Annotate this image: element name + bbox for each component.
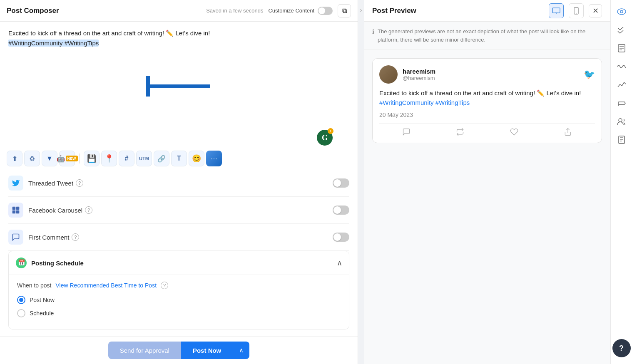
twitter-brand-icon: 🐦 xyxy=(584,69,595,80)
post-now-option[interactable]: Post Now xyxy=(17,296,341,304)
first-comment-label: First Comment ? xyxy=(28,233,328,241)
first-comment-toggle[interactable] xyxy=(333,233,349,242)
preview-text-main: Excited to kick off a thread on the art … xyxy=(379,89,581,97)
grammarly-icon: G xyxy=(322,134,328,142)
comment-action-button[interactable] xyxy=(402,128,411,136)
schedule-body: When to post View Recommended Best Time … xyxy=(9,275,349,329)
chevron-up-icon[interactable]: ∧ xyxy=(337,258,342,267)
mobile-device-button[interactable] xyxy=(569,3,584,18)
threaded-tweet-help-icon[interactable]: ? xyxy=(76,179,83,187)
schedule-radio[interactable] xyxy=(17,309,25,317)
notice-text: The generated previews are not an exact … xyxy=(378,27,602,44)
blue-arrow-icon xyxy=(146,76,212,97)
hashtag-button[interactable]: # xyxy=(119,151,134,166)
preview-top-bar: Post Preview ✕ xyxy=(364,0,610,22)
dropdown-button[interactable]: ▼ xyxy=(42,151,57,166)
upload-button[interactable]: ⬆ xyxy=(7,151,22,166)
ai-robot-button[interactable]: 🤖NEW xyxy=(59,151,75,166)
svg-rect-2 xyxy=(12,207,16,210)
svg-rect-3 xyxy=(16,207,20,210)
notification-badge: 1 xyxy=(328,128,333,134)
svg-point-14 xyxy=(617,9,626,15)
when-to-post-label: When to post xyxy=(17,282,52,289)
schedule-icon: 📅 xyxy=(15,257,27,269)
avatar xyxy=(379,65,398,84)
desktop-device-button[interactable] xyxy=(549,3,564,18)
preview-card: hareemism @hareemism 🐦 Excited to kick o… xyxy=(372,58,602,143)
activity-icon xyxy=(617,81,626,89)
svg-line-18 xyxy=(618,31,620,33)
help-fab-button[interactable]: ? xyxy=(612,339,631,357)
megaphone-sidebar-button[interactable] xyxy=(613,95,630,111)
more-options-button[interactable]: ⋯ xyxy=(206,151,222,166)
facebook-carousel-help-icon[interactable]: ? xyxy=(85,206,92,214)
svg-rect-8 xyxy=(552,8,560,13)
save-draft-button[interactable]: 💾 xyxy=(84,151,100,166)
eye-sidebar-button[interactable] xyxy=(613,3,630,20)
customize-label: Customize Content xyxy=(268,7,314,14)
receipt-icon xyxy=(618,136,625,144)
chevron-right-icon: › xyxy=(360,7,362,13)
like-action-button[interactable] xyxy=(510,128,518,136)
mobile-icon xyxy=(574,7,579,15)
view-best-time-link[interactable]: View Recommended Best Time to Post xyxy=(56,282,157,289)
activity-sidebar-button[interactable] xyxy=(613,77,630,93)
right-panel: Post Preview ✕ ℹ The generated previews … xyxy=(364,0,610,364)
new-badge: NEW xyxy=(66,156,78,161)
handle: @hareemism xyxy=(403,75,579,81)
text-format-button[interactable]: T xyxy=(171,151,187,166)
users-icon xyxy=(617,118,626,125)
toolbar-group-left: ⬆ ♻ ▼ 🤖NEW xyxy=(7,151,75,166)
eye-icon xyxy=(617,8,626,15)
first-comment-help-icon[interactable]: ? xyxy=(72,233,79,241)
threaded-tweet-toggle[interactable] xyxy=(333,178,349,188)
saved-status: Saved in a few seconds xyxy=(206,7,263,14)
notes-sidebar-button[interactable] xyxy=(613,40,630,57)
user-info: hareemism @hareemism xyxy=(403,68,579,81)
toggle-off-knob xyxy=(333,179,341,187)
preview-title: Post Preview xyxy=(372,7,544,15)
svg-text:📅: 📅 xyxy=(18,259,25,266)
emoji-button[interactable]: 😊 xyxy=(189,151,204,166)
share-action-button[interactable] xyxy=(564,128,572,136)
facebook-icon xyxy=(8,203,23,218)
preview-notice: ℹ The generated previews are not an exac… xyxy=(364,22,610,50)
panel-divider[interactable]: › xyxy=(358,0,364,364)
arrow-indicator xyxy=(146,76,212,98)
facebook-carousel-toggle[interactable] xyxy=(333,206,349,215)
far-right-sidebar: ? xyxy=(610,0,632,364)
send-for-approval-button[interactable]: Send for Approval xyxy=(108,342,181,359)
best-time-help-icon[interactable]: ? xyxy=(161,282,168,289)
toggle-off-knob-2 xyxy=(333,206,341,214)
users-sidebar-button[interactable] xyxy=(613,113,630,130)
post-now-chevron-button[interactable]: ∧ xyxy=(233,342,249,359)
info-icon: ℹ xyxy=(372,28,374,44)
schedule-header[interactable]: 📅 Posting Schedule ∧ xyxy=(9,251,349,275)
notes-icon xyxy=(618,44,625,52)
posting-schedule-section: 📅 Posting Schedule ∧ When to post View R… xyxy=(8,251,349,329)
schedule-label: Schedule xyxy=(30,310,54,317)
receipt-sidebar-button[interactable] xyxy=(613,131,630,148)
location-button[interactable]: 📍 xyxy=(101,151,117,166)
waves-sidebar-button[interactable] xyxy=(613,58,630,75)
link-button[interactable]: 🔗 xyxy=(154,151,169,166)
svg-rect-5 xyxy=(16,210,20,213)
composer-text-hashtags: #WritingCommunity #WritingTips xyxy=(8,40,99,47)
utm-button[interactable]: UTM xyxy=(136,151,152,166)
preview-post-text: Excited to kick off a thread on the art … xyxy=(379,89,595,107)
copy-button[interactable]: ⧉ xyxy=(338,4,351,17)
preview-actions xyxy=(379,123,595,136)
preview-text-hashtags: #WritingCommunity #WritingTips xyxy=(379,99,470,106)
options-section: Threaded Tweet ? Facebook Carousel ? xyxy=(0,170,358,251)
retweet-action-button[interactable] xyxy=(456,128,464,136)
customize-toggle[interactable] xyxy=(318,7,333,15)
post-now-button[interactable]: Post Now xyxy=(181,342,233,359)
post-now-radio[interactable] xyxy=(17,296,25,304)
grammarly-btn-circle[interactable]: G 1 xyxy=(317,130,333,146)
toggle-knob xyxy=(318,7,325,14)
customize-content-section: Customize Content xyxy=(268,7,333,15)
recycle-button[interactable]: ♻ xyxy=(24,151,40,166)
checklist-sidebar-button[interactable] xyxy=(613,22,630,38)
schedule-option[interactable]: Schedule xyxy=(17,309,341,317)
close-preview-button[interactable]: ✕ xyxy=(589,4,602,17)
